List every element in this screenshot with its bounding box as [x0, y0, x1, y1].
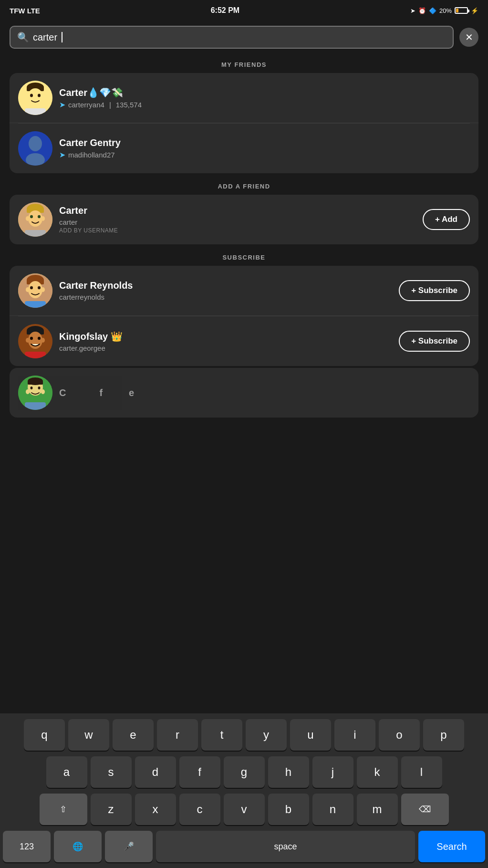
- key-w[interactable]: w: [68, 719, 109, 751]
- carter-add-name: Carter: [59, 205, 416, 216]
- svg-point-28: [26, 287, 30, 292]
- carter-reynolds-info: Carter Reynolds carterreynolds: [59, 280, 392, 301]
- svg-point-24: [28, 281, 42, 298]
- friend-item-carter-ryan[interactable]: Carter💧💎💸 ➤ carterryan4 | 135,574: [10, 73, 478, 123]
- partial-card: C f e: [10, 368, 478, 418]
- search-input-wrapper[interactable]: 🔍 carter: [10, 26, 454, 49]
- space-key[interactable]: space: [156, 831, 415, 862]
- key-f[interactable]: f: [179, 756, 220, 788]
- numbers-key[interactable]: 123: [3, 831, 51, 862]
- partial-item[interactable]: C f e: [10, 368, 478, 418]
- subscribe-kingofslay-button[interactable]: + Subscribe: [399, 331, 470, 352]
- svg-rect-6: [25, 108, 46, 115]
- subscribe-card: Carter Reynolds carterreynolds + Subscri…: [10, 266, 478, 366]
- content-area: MY FRIENDS: [0, 53, 488, 811]
- carter-gentry-name: Carter Gentry: [59, 137, 470, 148]
- key-j[interactable]: j: [312, 756, 353, 788]
- key-x[interactable]: x: [135, 794, 176, 825]
- svg-point-29: [41, 287, 45, 292]
- svg-point-45: [31, 387, 33, 389]
- key-k[interactable]: k: [357, 756, 398, 788]
- avatar-carter-reynolds: [18, 273, 52, 308]
- key-z[interactable]: z: [91, 794, 132, 825]
- svg-point-16: [30, 215, 33, 218]
- svg-point-37: [26, 338, 30, 343]
- key-t[interactable]: t: [201, 719, 242, 751]
- shift-key[interactable]: ⇧: [40, 794, 87, 825]
- my-friends-header: MY FRIENDS: [0, 53, 488, 73]
- partial-name: C f e: [59, 387, 470, 398]
- text-cursor: [62, 32, 62, 42]
- keyboard-row-2: a s d f g h j k l: [3, 756, 485, 788]
- avatar-partial: [18, 376, 52, 410]
- svg-rect-36: [25, 352, 46, 358]
- search-icon: 🔍: [17, 31, 29, 43]
- add-by-label: ADD BY USERNAME: [59, 227, 416, 234]
- key-n[interactable]: n: [312, 794, 353, 825]
- svg-point-35: [38, 337, 41, 340]
- svg-point-15: [28, 210, 42, 227]
- svg-point-34: [30, 337, 33, 340]
- status-right: ➤ ⏰ 🔷 20% ⚡: [410, 7, 478, 14]
- carrier-label: TFW LTE: [10, 7, 40, 15]
- add-friend-button[interactable]: + Add: [423, 209, 470, 230]
- carter-reynolds-name: Carter Reynolds: [59, 280, 392, 291]
- carter-add-username: carter: [59, 218, 416, 226]
- svg-rect-18: [25, 230, 46, 237]
- key-l[interactable]: l: [401, 756, 442, 788]
- key-d[interactable]: d: [135, 756, 176, 788]
- status-bar: TFW LTE 6:52 PM ➤ ⏰ 🔷 20% ⚡: [0, 0, 488, 21]
- svg-point-4: [30, 94, 33, 97]
- avatar-carter-ryan: [18, 81, 52, 115]
- clear-search-button[interactable]: ✕: [459, 28, 478, 47]
- key-o[interactable]: o: [379, 719, 420, 751]
- location-icon: ➤: [410, 7, 415, 14]
- key-i[interactable]: i: [334, 719, 375, 751]
- bluetooth-icon: 🔷: [429, 7, 436, 14]
- avatar-carter-gentry: [18, 131, 52, 166]
- key-b[interactable]: b: [268, 794, 309, 825]
- svg-rect-47: [25, 402, 46, 410]
- key-q[interactable]: q: [24, 719, 65, 751]
- key-a[interactable]: a: [46, 756, 87, 788]
- svg-point-20: [41, 216, 45, 221]
- subscribe-reynolds-button[interactable]: + Subscribe: [399, 280, 470, 301]
- key-e[interactable]: e: [113, 719, 154, 751]
- friend-item-carter-gentry[interactable]: Carter Gentry ➤ madiholland27: [10, 124, 478, 173]
- svg-point-25: [30, 286, 33, 289]
- key-y[interactable]: y: [246, 719, 287, 751]
- key-v[interactable]: v: [224, 794, 265, 825]
- my-friends-card: Carter💧💎💸 ➤ carterryan4 | 135,574: [10, 73, 478, 173]
- partial-info: C f e: [59, 387, 470, 398]
- key-p[interactable]: p: [423, 719, 464, 751]
- delete-key[interactable]: ⌫: [401, 794, 449, 825]
- svg-point-26: [38, 286, 41, 289]
- svg-point-17: [38, 215, 41, 218]
- search-key[interactable]: Search: [418, 831, 485, 862]
- svg-point-42: [41, 389, 45, 394]
- search-text: carter: [33, 32, 57, 43]
- key-g[interactable]: g: [224, 756, 265, 788]
- carter-ryan-username: ➤ carterryan4 | 135,574: [59, 100, 470, 109]
- key-h[interactable]: h: [268, 756, 309, 788]
- svg-point-3: [28, 88, 43, 105]
- mic-key[interactable]: 🎤: [105, 831, 153, 862]
- friend-item-carter-reynolds[interactable]: Carter Reynolds carterreynolds + Subscri…: [10, 266, 478, 316]
- key-u[interactable]: u: [290, 719, 331, 751]
- battery-icon: [455, 7, 468, 14]
- carter-ryan-name: Carter💧💎💸: [59, 87, 470, 98]
- kingofslay-info: Kingofslay 👑 carter.georgee: [59, 331, 392, 352]
- friend-item-carter-add[interactable]: Carter carter ADD BY USERNAME + Add: [10, 195, 478, 244]
- key-m[interactable]: m: [357, 794, 398, 825]
- keyboard: q w e r t y u i o p a s d f g h j k l ⇧ …: [0, 713, 488, 868]
- key-s[interactable]: s: [91, 756, 132, 788]
- svg-point-7: [26, 94, 30, 99]
- friend-item-kingofslay[interactable]: Kingofslay 👑 carter.georgee + Subscribe: [10, 316, 478, 366]
- keyboard-row-4: 123 🌐 🎤 space Search: [3, 831, 485, 862]
- search-bar: 🔍 carter ✕: [0, 21, 488, 53]
- key-c[interactable]: c: [179, 794, 220, 825]
- globe-key[interactable]: 🌐: [54, 831, 102, 862]
- key-r[interactable]: r: [157, 719, 198, 751]
- avatar-kingofslay: [18, 324, 52, 358]
- alarm-icon: ⏰: [418, 7, 426, 14]
